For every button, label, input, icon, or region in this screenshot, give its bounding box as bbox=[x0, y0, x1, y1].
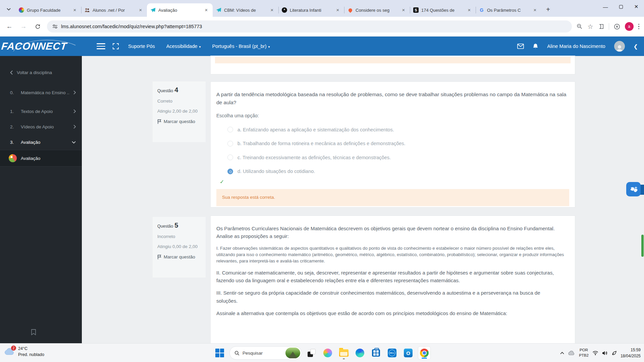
volume-icon[interactable] bbox=[602, 351, 608, 356]
fullscreen-icon[interactable] bbox=[113, 43, 119, 49]
search-placeholder: Pesquisar bbox=[243, 351, 282, 356]
tab-close-icon[interactable]: × bbox=[138, 7, 144, 13]
scrollbar-thumb[interactable] bbox=[641, 235, 644, 257]
sidebar-item-0-matematica[interactable]: 0. Matemática no Ensino ... bbox=[0, 85, 82, 100]
outlook-button[interactable]: O bbox=[402, 346, 415, 360]
notifications-bell-icon[interactable] bbox=[533, 43, 538, 50]
microsoft-store-button[interactable] bbox=[370, 346, 382, 360]
tab-close-icon[interactable]: × bbox=[335, 7, 341, 13]
bookmark-icon[interactable] bbox=[31, 329, 36, 335]
clock-date-value: 18/04/2025 bbox=[621, 353, 641, 359]
tab-title: Alunos .net / Por bbox=[93, 8, 135, 13]
tab-alunos-net[interactable]: Alunos .net / Por × bbox=[81, 3, 147, 17]
pen-icon[interactable] bbox=[611, 350, 617, 356]
clock-date[interactable]: 15:59 18/04/2025 bbox=[621, 347, 641, 359]
nav-acessibilidade[interactable]: Acessibilidade▾ bbox=[166, 44, 201, 49]
maximize-button[interactable] bbox=[613, 0, 629, 13]
tab-close-icon[interactable]: × bbox=[269, 7, 275, 13]
extension-lightning-icon[interactable] bbox=[614, 23, 620, 30]
question5-info-box: Questão5 Incorreto Atingiu 0,00 de 2,00 … bbox=[153, 217, 206, 278]
profile-avatar[interactable]: a bbox=[625, 22, 634, 31]
mail-icon[interactable] bbox=[517, 44, 524, 49]
edge-button[interactable] bbox=[354, 346, 366, 360]
tab-os-parametros[interactable]: G Os Parâmetros C × bbox=[476, 3, 541, 17]
option-d-selected[interactable]: d. Utilizando situações do cotidiano. bbox=[216, 168, 569, 175]
question4-text: A partir da tendência metodológica basea… bbox=[216, 90, 569, 107]
nav-suporte-pos[interactable]: Suporte Pós bbox=[128, 44, 155, 49]
question4-card: A partir da tendência metodológica basea… bbox=[210, 81, 575, 207]
reload-icon[interactable] bbox=[33, 22, 42, 31]
user-avatar[interactable] bbox=[614, 41, 625, 52]
tab-close-icon[interactable]: × bbox=[203, 7, 209, 13]
flag-question-button[interactable]: Marcar questão bbox=[157, 119, 201, 124]
zoom-icon[interactable] bbox=[577, 23, 583, 29]
radio-icon[interactable] bbox=[227, 127, 233, 132]
radio-icon[interactable] bbox=[227, 155, 233, 160]
close-button[interactable]: ✕ bbox=[629, 0, 644, 13]
menu-icon[interactable] bbox=[97, 43, 105, 49]
sidebar-item-3-avaliacao[interactable]: 3. Avaliação bbox=[0, 134, 82, 150]
address-bar[interactable]: lms.alunosnet.com/facedic/mod/quiz/revie… bbox=[47, 20, 572, 33]
onedrive-cloud-icon[interactable] bbox=[568, 350, 575, 356]
tab-grupo-faculdade[interactable]: Grupo Faculdade × bbox=[15, 3, 81, 17]
tab-avaliacao-active[interactable]: Avaliação × bbox=[147, 3, 213, 17]
flag-question-button[interactable]: Marcar questão bbox=[157, 254, 201, 259]
sidebar-subitem-avaliacao[interactable]: Avaliação bbox=[0, 150, 82, 167]
nav-language[interactable]: Português - Brasil (pt_br)▾ bbox=[212, 44, 270, 49]
radio-icon[interactable] bbox=[227, 141, 233, 146]
collapse-drawer-icon[interactable]: ❮ bbox=[634, 43, 638, 50]
tab-title: 174 Questões de bbox=[421, 8, 464, 13]
clock-time: 15:59 bbox=[621, 347, 641, 353]
search-highlight-image[interactable] bbox=[285, 348, 300, 358]
option-a[interactable]: a. Enfatizando apenas a aplicação e sist… bbox=[216, 126, 569, 133]
new-tab-button[interactable]: + bbox=[543, 5, 553, 14]
option-b[interactable]: b. Trabalhando de forma rotineira e mecâ… bbox=[216, 140, 569, 147]
windows-start-button[interactable] bbox=[213, 346, 226, 360]
chrome-menu-icon[interactable] bbox=[638, 24, 640, 29]
paper-plane-icon bbox=[216, 7, 221, 13]
tab-close-icon[interactable]: × bbox=[532, 7, 538, 13]
site-settings-icon[interactable] bbox=[52, 24, 58, 29]
file-explorer-button[interactable] bbox=[337, 346, 350, 360]
radio-selected-icon[interactable] bbox=[227, 169, 233, 174]
tab-close-icon[interactable]: × bbox=[72, 7, 78, 13]
wifi-icon[interactable] bbox=[592, 351, 598, 355]
forward-icon[interactable]: → bbox=[19, 22, 28, 31]
tab-considere[interactable]: Considere os seg × bbox=[344, 3, 410, 17]
globe-colorful-icon bbox=[19, 7, 24, 13]
minimize-button[interactable]: — bbox=[598, 0, 613, 13]
tray-chevron-up-icon[interactable] bbox=[560, 352, 564, 354]
faconnect-logo[interactable]: FACONNECT bbox=[0, 41, 85, 52]
tab-174-questoes[interactable]: S 174 Questões de × bbox=[410, 3, 476, 17]
sidebar-back-to-course[interactable]: Voltar a disciplina bbox=[0, 65, 82, 80]
tab-close-icon[interactable]: × bbox=[466, 7, 472, 13]
weather-widget[interactable]: 2 24°C Pred. nublado bbox=[4, 346, 44, 358]
tab-close-icon[interactable]: × bbox=[400, 7, 407, 13]
tab-literatura-infantil[interactable]: * Literatura Infanti × bbox=[278, 3, 344, 17]
windows-taskbar: 2 24°C Pred. nublado Pesquisar bbox=[0, 343, 644, 362]
tab-cbm-videos[interactable]: CBM: Vídeos de × bbox=[213, 3, 278, 17]
language-indicator[interactable]: POR PTB2 bbox=[579, 348, 589, 358]
sidebar-item-1-textos[interactable]: 1. Textos de Apoio bbox=[0, 104, 82, 119]
search-icon bbox=[234, 351, 239, 356]
taskbar-search[interactable]: Pesquisar bbox=[229, 346, 302, 360]
option-c[interactable]: c. Treinando excessivamente as definiçõe… bbox=[216, 154, 569, 161]
chrome-button-active[interactable] bbox=[418, 346, 431, 360]
side-panel-icon[interactable] bbox=[598, 23, 604, 29]
copilot-icon bbox=[323, 349, 332, 357]
dell-button[interactable]: DELL bbox=[386, 346, 398, 360]
sign-language-hands-icon[interactable] bbox=[626, 182, 641, 196]
bookmark-star-icon[interactable]: ☆ bbox=[587, 23, 593, 31]
copilot-button[interactable] bbox=[321, 346, 334, 360]
url-text[interactable]: lms.alunosnet.com/facedic/mod/quiz/revie… bbox=[61, 24, 202, 29]
weather-temp: 24°C bbox=[18, 346, 44, 352]
chevron-left-icon bbox=[10, 70, 13, 75]
user-name[interactable]: Aline Maria do Nascimento bbox=[547, 44, 605, 49]
tab-search-button[interactable] bbox=[4, 5, 13, 14]
tab-title: Considere os seg bbox=[356, 8, 398, 13]
people-icon bbox=[85, 7, 90, 13]
sidebar-item-2-videos[interactable]: 2. Vídeos de Apoio bbox=[0, 119, 82, 134]
vlibras-widget[interactable] bbox=[625, 182, 644, 197]
task-view-button[interactable] bbox=[305, 346, 318, 360]
back-icon[interactable]: ← bbox=[5, 22, 14, 31]
